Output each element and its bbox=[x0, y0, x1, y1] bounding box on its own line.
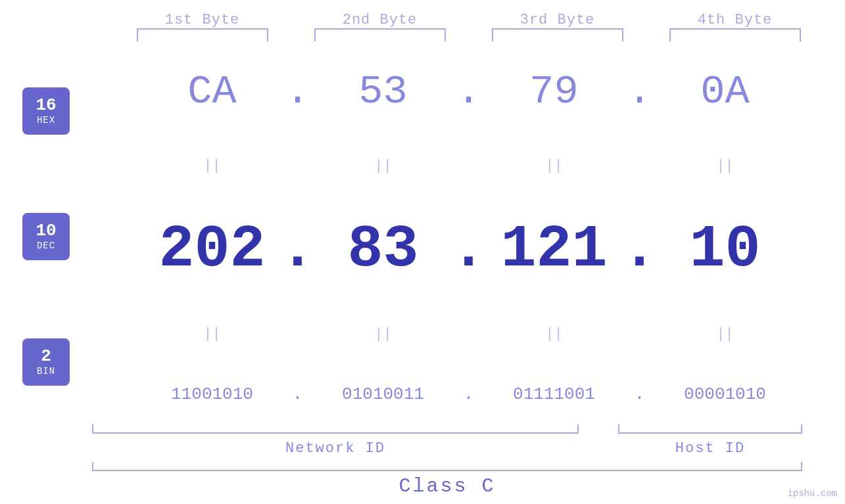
hex-b1-cell: CA bbox=[140, 68, 285, 115]
hex-b4-value: 0A bbox=[700, 68, 749, 115]
eq1-b2: || bbox=[374, 158, 391, 174]
eq1-b4: || bbox=[716, 158, 733, 174]
hex-badge-number: 16 bbox=[36, 96, 56, 115]
dec-dot2: . bbox=[456, 216, 482, 283]
dec-badge: 10 DEC bbox=[22, 213, 70, 260]
hex-b2-cell: 53 bbox=[311, 68, 456, 115]
dec-dot1: . bbox=[285, 216, 311, 283]
bin-b3-cell: 01111001 bbox=[482, 384, 627, 404]
bin-b4-value: 00001010 bbox=[684, 384, 766, 404]
hex-badge: 16 HEX bbox=[22, 87, 70, 135]
network-id-label: Network ID bbox=[92, 440, 579, 457]
bracket-4 bbox=[669, 28, 801, 41]
eq-row-1: || || || || bbox=[99, 156, 838, 175]
dec-b4-value: 10 bbox=[689, 216, 760, 283]
bin-b1-value: 11001010 bbox=[171, 384, 253, 404]
top-brackets bbox=[114, 28, 824, 48]
dec-b3-value: 121 bbox=[500, 216, 607, 283]
bracket-2 bbox=[314, 28, 446, 41]
hex-dot3: . bbox=[627, 68, 653, 115]
dec-b4-cell: 10 bbox=[653, 216, 798, 283]
dec-badge-number: 10 bbox=[36, 221, 56, 241]
bin-b1-cell: 11001010 bbox=[140, 384, 285, 404]
bracket-1 bbox=[137, 28, 268, 41]
byte1-header: 1st Byte bbox=[137, 12, 268, 28]
eq-row-2: || || || || bbox=[99, 324, 838, 344]
dec-b3-cell: 121 bbox=[482, 216, 627, 283]
eq2-b2: || bbox=[374, 326, 391, 342]
dec-badge-label: DEC bbox=[37, 241, 55, 251]
hex-b1-value: CA bbox=[187, 68, 236, 115]
main-container: 1st Byte 2nd Byte 3rd Byte 4th Byte 16 H… bbox=[0, 0, 845, 504]
hex-dot1: . bbox=[285, 68, 311, 115]
hex-dot2: . bbox=[456, 68, 482, 115]
hex-b3-cell: 79 bbox=[482, 68, 627, 115]
dec-dot3: . bbox=[627, 216, 653, 283]
eq2-b4: || bbox=[716, 326, 733, 342]
bin-badge-label: BIN bbox=[37, 366, 55, 377]
values-area: CA . 53 . 79 . 0A bbox=[92, 48, 845, 424]
hex-b3-value: 79 bbox=[529, 68, 578, 115]
bin-b4-cell: 00001010 bbox=[653, 384, 798, 404]
dec-row: 202 . 83 . 121 . 10 bbox=[99, 216, 838, 283]
class-bracket-row bbox=[92, 462, 802, 472]
badges-column: 16 HEX 10 DEC 2 BIN bbox=[0, 48, 92, 424]
watermark: ipshu.com bbox=[787, 488, 837, 499]
bin-b2-value: 01010011 bbox=[342, 384, 424, 404]
dec-b1-value: 202 bbox=[158, 216, 265, 283]
bin-badge: 2 BIN bbox=[22, 338, 70, 386]
class-label-row: Class C bbox=[92, 475, 802, 497]
bin-b2-cell: 01010011 bbox=[311, 384, 456, 404]
eq2-b3: || bbox=[545, 326, 562, 342]
hex-b2-value: 53 bbox=[358, 68, 407, 115]
bin-dot1: . bbox=[285, 384, 311, 404]
bin-dot3: . bbox=[627, 384, 653, 404]
eq2-b1: || bbox=[203, 326, 220, 342]
dec-b2-cell: 83 bbox=[311, 216, 456, 283]
dec-b2-value: 83 bbox=[347, 216, 418, 283]
bin-dot2: . bbox=[456, 384, 482, 404]
bin-badge-number: 2 bbox=[41, 347, 51, 366]
hex-b4-cell: 0A bbox=[653, 68, 798, 115]
eq1-b1: || bbox=[203, 158, 220, 174]
dec-b1-cell: 202 bbox=[140, 216, 285, 283]
bin-row: 11001010 . 01010011 . 01111001 . bbox=[99, 384, 838, 404]
host-id-label: Host ID bbox=[618, 440, 802, 457]
bottom-section: Network ID Host ID Class C ipshu.com bbox=[0, 424, 845, 504]
byte4-header: 4th Byte bbox=[669, 12, 801, 28]
byte2-header: 2nd Byte bbox=[314, 12, 446, 28]
hex-row: CA . 53 . 79 . 0A bbox=[99, 68, 838, 115]
id-labels: Network ID Host ID bbox=[92, 440, 802, 457]
id-brackets bbox=[92, 424, 802, 438]
byte3-header: 3rd Byte bbox=[492, 12, 623, 28]
class-label: Class C bbox=[398, 475, 495, 497]
bin-b3-value: 01111001 bbox=[513, 384, 595, 404]
byte-headers-row: 1st Byte 2nd Byte 3rd Byte 4th Byte bbox=[114, 12, 824, 28]
hex-badge-label: HEX bbox=[37, 115, 55, 126]
class-bracket bbox=[92, 462, 802, 471]
main-content-area: 16 HEX 10 DEC 2 BIN CA . bbox=[0, 48, 845, 424]
host-bracket bbox=[618, 424, 802, 434]
network-bracket bbox=[92, 424, 579, 434]
eq1-b3: || bbox=[545, 158, 562, 174]
bracket-3 bbox=[492, 28, 623, 41]
